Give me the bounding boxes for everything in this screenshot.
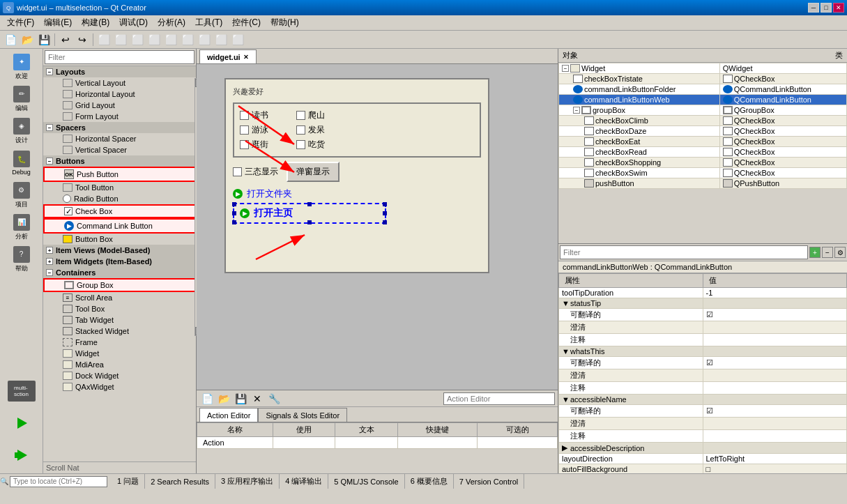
prop-row-comment2[interactable]: 注释 <box>559 382 847 395</box>
resize-se[interactable] <box>383 220 387 224</box>
checkbox-daze[interactable]: 发呆 <box>296 124 325 136</box>
save-button[interactable]: 💾 <box>36 32 52 47</box>
group-item-widgets[interactable]: + Item Widgets (Item-Based) <box>43 256 196 267</box>
prop-row-tooltip[interactable]: toolTipDuration -1 <box>559 288 847 298</box>
cb-swim[interactable] <box>240 125 249 135</box>
prop-row-accname[interactable]: ▼ accessibleName <box>559 395 847 405</box>
open-folder-btn[interactable]: ▶ 打开文件夹 <box>233 188 481 200</box>
action-row-1[interactable]: Action <box>197 437 558 449</box>
group-layouts[interactable]: − Layouts <box>43 66 196 77</box>
resize-e[interactable] <box>383 211 387 215</box>
cb-read[interactable] <box>240 111 249 120</box>
cb-shopping[interactable] <box>240 140 249 149</box>
props-add-btn[interactable]: + <box>809 247 821 258</box>
distribute-h[interactable]: ⬜ <box>197 32 212 47</box>
tree-command-link[interactable]: ▶ Command Link Button <box>43 218 196 234</box>
prop-val-translatable3[interactable]: ☑ <box>703 405 847 418</box>
tree-form-layout[interactable]: Form Layout <box>43 111 196 122</box>
prop-val-translatable1[interactable]: ☑ <box>703 309 847 321</box>
obj-row-groupbox[interactable]: − groupBox QGroupBox <box>559 105 847 116</box>
popup-button[interactable]: 弹窗显示 <box>287 162 339 182</box>
sidebar-item-analyze[interactable]: 📊 分析 <box>3 212 40 243</box>
accname-expand[interactable]: ▼ <box>562 395 569 404</box>
tree-stacked-widget[interactable]: Stacked Widget <box>43 326 196 337</box>
resize-ne[interactable] <box>383 202 387 206</box>
action-delete[interactable]: ✕ <box>250 391 265 406</box>
align-right[interactable]: ⬜ <box>130 32 145 47</box>
obj-row-widget[interactable]: − Widget QWidget <box>559 63 847 74</box>
checkbox-read[interactable]: 读书 <box>240 109 268 121</box>
menu-widgets[interactable]: 控件(C) <box>228 15 265 30</box>
align-middle[interactable]: ⬜ <box>163 32 178 47</box>
prop-val-tooltip[interactable]: -1 <box>703 288 847 298</box>
sidebar-item-multiselection[interactable]: multi-sction <box>3 376 40 406</box>
redo-button[interactable]: ↪ <box>75 32 90 47</box>
prop-row-layout-dir[interactable]: layoutDirection LeftToRight <box>559 454 847 464</box>
open-home-btn[interactable]: ▶ 打开主页 <box>233 203 386 224</box>
sidebar-item-new[interactable]: ✦ 欢迎 <box>3 52 40 82</box>
cb-tristate[interactable] <box>233 167 242 176</box>
tab-widget-ui[interactable]: widget.ui ✕ <box>199 49 257 63</box>
props-minus-btn[interactable]: − <box>822 247 833 258</box>
align-bottom[interactable]: ⬜ <box>180 32 195 47</box>
resize-sw[interactable] <box>232 220 236 224</box>
sidebar-item-projects[interactable]: ⚙ 项目 <box>3 180 40 211</box>
cb-climb[interactable] <box>296 111 305 120</box>
tree-group-box[interactable]: Group Box <box>43 278 196 292</box>
action-filter-input[interactable] <box>443 392 555 405</box>
sidebar-item-edit[interactable]: ✏ 编辑 <box>3 84 40 114</box>
status-compile[interactable]: 4 编译输出 <box>280 474 328 489</box>
tree-check-box[interactable]: ✓ Check Box <box>43 204 196 218</box>
prop-val-layout-dir[interactable]: LeftToRight <box>703 454 847 464</box>
sidebar-item-run[interactable] <box>3 408 40 438</box>
tree-grid-layout[interactable]: Grid Layout <box>43 100 196 111</box>
sidebar-item-debug[interactable]: 🐛 Debug <box>3 148 40 178</box>
group-item-views[interactable]: + Item Views (Model-Based) <box>43 245 196 256</box>
undo-button[interactable]: ↩ <box>58 32 73 47</box>
menu-debug[interactable]: 调试(D) <box>115 15 152 30</box>
tree-v-spacer[interactable]: Vertical Spacer <box>43 144 196 155</box>
status-version[interactable]: 7 Version Control <box>454 474 524 489</box>
action-settings[interactable]: 🔧 <box>266 391 282 406</box>
prop-row-accdesc[interactable]: ▶ accessibleDescription <box>559 443 847 454</box>
tree-qax-widget[interactable]: QAxWidget <box>43 381 196 392</box>
checkbox-eat[interactable]: 吃货 <box>296 139 325 151</box>
tree-tool-button[interactable]: Tool Button <box>43 182 196 193</box>
prop-row-clarify2[interactable]: 澄清 <box>559 369 847 382</box>
prop-val-comment1[interactable] <box>703 334 847 346</box>
prop-val-clarify2[interactable] <box>703 369 847 382</box>
align-top[interactable]: ⬜ <box>146 32 162 47</box>
status-app-output[interactable]: 3 应用程序输出 <box>215 474 280 489</box>
obj-row-tristate[interactable]: checkBoxTristate QCheckBox <box>559 74 847 84</box>
menu-tools[interactable]: 工具(T) <box>191 15 227 30</box>
prop-val-comment2[interactable] <box>703 382 847 395</box>
resize-s[interactable] <box>307 220 312 224</box>
size-same[interactable]: ⬜ <box>230 32 245 47</box>
tree-mdi-area[interactable]: MdiArea <box>43 359 196 370</box>
prop-row-whatsthis[interactable]: ▼ whatsThis <box>559 346 847 357</box>
tab-close-icon[interactable]: ✕ <box>243 54 249 61</box>
status-qml[interactable]: 5 QML/JS Console <box>328 474 404 489</box>
accdesc-expand[interactable]: ▶ <box>562 443 569 452</box>
prop-row-clarify3[interactable]: 澄清 <box>559 418 847 430</box>
cb-daze[interactable] <box>296 125 305 135</box>
obj-row-cb-swim[interactable]: checkBoxSwim QCheckBox <box>559 168 847 178</box>
prop-row-autofill[interactable]: autoFillBackground □ <box>559 464 847 474</box>
minimize-button[interactable]: ─ <box>808 3 819 13</box>
menu-build[interactable]: 构建(B) <box>77 15 114 30</box>
distribute-v[interactable]: ⬜ <box>213 32 229 47</box>
tree-widget[interactable]: Widget <box>43 348 196 359</box>
group-containers[interactable]: − Containers <box>43 267 196 278</box>
prop-row-statustip[interactable]: ▼ statusTip <box>559 298 847 309</box>
widget-filter-input[interactable] <box>45 50 194 64</box>
prop-val-clarify3[interactable] <box>703 418 847 430</box>
status-search-input[interactable] <box>10 476 107 487</box>
maximize-button[interactable]: □ <box>821 3 832 13</box>
menu-help[interactable]: 帮助(H) <box>266 15 303 30</box>
props-filter-input[interactable] <box>560 245 808 259</box>
menu-edit[interactable]: 编辑(E) <box>40 15 76 30</box>
prop-row-comment3[interactable]: 注释 <box>559 430 847 443</box>
sidebar-item-debug-run[interactable] <box>3 440 40 471</box>
new-button[interactable]: 📄 <box>3 32 18 47</box>
action-save[interactable]: 💾 <box>233 391 248 406</box>
